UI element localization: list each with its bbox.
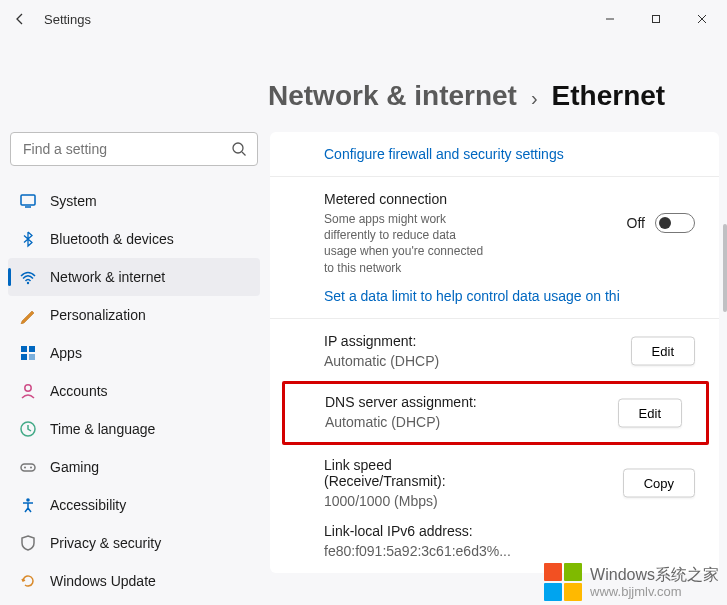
svg-line-5 <box>242 152 246 156</box>
sidebar-item-bluetooth[interactable]: Bluetooth & devices <box>8 220 260 258</box>
window-title: Settings <box>44 12 91 27</box>
firewall-link[interactable]: Configure firewall and security settings <box>324 146 564 162</box>
svg-point-4 <box>233 143 243 153</box>
sidebar-item-label: Accessibility <box>50 497 126 513</box>
bluetooth-icon <box>18 229 38 249</box>
back-button[interactable] <box>4 3 36 35</box>
close-button[interactable] <box>679 4 725 34</box>
svg-point-8 <box>27 282 29 284</box>
scrollbar-thumb[interactable] <box>723 224 727 312</box>
metered-connection-row: Metered connection Some apps might work … <box>270 176 719 318</box>
accessibility-icon <box>18 495 38 515</box>
network-icon <box>18 267 38 287</box>
sidebar-item-apps[interactable]: Apps <box>8 334 260 372</box>
gaming-icon <box>18 457 38 477</box>
ipv6-value: fe80:f091:5a92:3c61:e6d3%... <box>324 543 697 559</box>
firewall-link-row[interactable]: Configure firewall and security settings <box>270 132 719 176</box>
dns-assignment-row: DNS server assignment: Automatic (DHCP) … <box>282 381 709 445</box>
update-icon <box>18 571 38 591</box>
sidebar-item-update[interactable]: Windows Update <box>8 562 260 600</box>
svg-rect-12 <box>29 354 35 360</box>
sidebar-item-accounts[interactable]: Accounts <box>8 372 260 410</box>
sidebar-item-network[interactable]: Network & internet <box>8 258 260 296</box>
time-icon <box>18 419 38 439</box>
ipv6-label: Link-local IPv6 address: <box>324 523 697 539</box>
main-content: Network & internet › Ethernet Configure … <box>268 38 727 605</box>
breadcrumb-current: Ethernet <box>552 80 666 112</box>
svg-rect-10 <box>29 346 35 352</box>
title-bar: Settings <box>0 0 727 38</box>
search-icon <box>231 141 247 157</box>
sidebar-item-system[interactable]: System <box>8 182 260 220</box>
accounts-icon <box>18 381 38 401</box>
apps-icon <box>18 343 38 363</box>
set-data-limit-link[interactable]: Set a data limit to help control data us… <box>324 288 697 304</box>
svg-rect-6 <box>21 195 35 205</box>
sidebar-item-label: Accounts <box>50 383 108 399</box>
sidebar-item-label: Windows Update <box>50 573 156 589</box>
toggle-state-label: Off <box>627 215 645 231</box>
dns-edit-button[interactable]: Edit <box>618 398 682 427</box>
search-box[interactable] <box>10 132 258 166</box>
system-icon <box>18 191 38 211</box>
metered-title: Metered connection <box>324 191 697 207</box>
sidebar-item-label: System <box>50 193 97 209</box>
sidebar-item-label: Network & internet <box>50 269 165 285</box>
sidebar-item-accessibility[interactable]: Accessibility <box>8 486 260 524</box>
linkspeed-label: Link speed (Receive/Transmit): <box>324 457 474 489</box>
sidebar-item-label: Gaming <box>50 459 99 475</box>
sidebar-item-gaming[interactable]: Gaming <box>8 448 260 486</box>
sidebar-item-label: Bluetooth & devices <box>50 231 174 247</box>
breadcrumb: Network & internet › Ethernet <box>268 80 727 112</box>
sidebar-item-personalization[interactable]: Personalization <box>8 296 260 334</box>
minimize-button[interactable] <box>587 4 633 34</box>
sidebar-item-label: Time & language <box>50 421 155 437</box>
personalization-icon <box>18 305 38 325</box>
breadcrumb-parent[interactable]: Network & internet <box>268 80 517 112</box>
sidebar: System Bluetooth & devices Network & int… <box>0 38 268 605</box>
sidebar-item-time[interactable]: Time & language <box>8 410 260 448</box>
svg-point-17 <box>30 467 32 469</box>
svg-rect-9 <box>21 346 27 352</box>
privacy-icon <box>18 533 38 553</box>
svg-rect-1 <box>653 16 660 23</box>
metered-description: Some apps might work differently to redu… <box>324 211 484 276</box>
ipv6-row: Link-local IPv6 address: fe80:f091:5a92:… <box>270 523 719 573</box>
sidebar-item-privacy[interactable]: Privacy & security <box>8 524 260 562</box>
svg-rect-15 <box>21 464 35 471</box>
svg-rect-11 <box>21 354 27 360</box>
search-input[interactable] <box>21 140 231 158</box>
ip-assignment-row: IP assignment: Automatic (DHCP) Edit <box>270 318 719 383</box>
svg-point-13 <box>25 385 31 391</box>
sidebar-item-label: Personalization <box>50 307 146 323</box>
chevron-right-icon: › <box>531 87 538 110</box>
linkspeed-copy-button[interactable]: Copy <box>623 468 695 497</box>
sidebar-item-label: Privacy & security <box>50 535 161 551</box>
svg-point-18 <box>26 498 30 502</box>
maximize-button[interactable] <box>633 4 679 34</box>
svg-point-16 <box>24 467 26 469</box>
sidebar-item-label: Apps <box>50 345 82 361</box>
link-speed-row: Link speed (Receive/Transmit): 1000/1000… <box>270 443 719 523</box>
metered-toggle[interactable] <box>655 213 695 233</box>
ip-edit-button[interactable]: Edit <box>631 336 695 365</box>
